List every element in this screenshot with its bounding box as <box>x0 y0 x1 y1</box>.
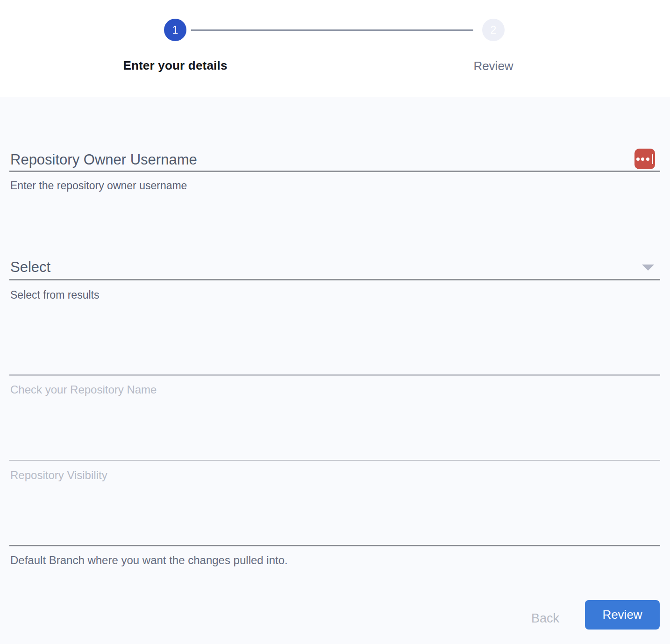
password-manager-icon-caret <box>652 154 653 164</box>
step-1-label: Enter your details <box>82 58 269 73</box>
password-manager-icon-dot <box>641 157 644 161</box>
stepper-header: 1 2 Enter your details Review <box>0 0 670 97</box>
stepper-connector-line <box>191 29 473 31</box>
step-1-number: 1 <box>172 24 178 36</box>
step-2-number: 2 <box>491 24 497 36</box>
default-branch-field-underline <box>9 545 660 546</box>
repository-select-dropdown[interactable]: Select <box>10 259 50 276</box>
details-form: Repository Owner Username Enter the repo… <box>0 97 670 644</box>
owner-field-helper-text: Enter the repository owner username <box>10 179 187 192</box>
repo-visibility-field-underline <box>9 460 660 461</box>
repo-name-field[interactable]: Check your Repository Name <box>10 383 157 396</box>
select-field-underline <box>9 279 660 280</box>
review-button[interactable]: Review <box>585 600 660 630</box>
password-manager-icon-dot <box>646 157 649 161</box>
password-manager-icon[interactable] <box>634 149 655 169</box>
chevron-down-icon[interactable] <box>642 265 654 271</box>
back-button[interactable]: Back <box>515 607 576 630</box>
default-branch-helper-text: Default Branch where you want the change… <box>10 554 288 567</box>
owner-field-underline <box>9 171 660 172</box>
step-2-indicator[interactable]: 2 <box>482 19 505 41</box>
password-manager-icon-dot <box>636 157 640 161</box>
select-field-helper-text: Select from results <box>10 289 99 301</box>
wizard-screen: 1 2 Enter your details Review Repository… <box>0 0 670 644</box>
repository-owner-username-input[interactable]: Repository Owner Username <box>10 151 197 168</box>
step-1-indicator[interactable]: 1 <box>164 19 186 41</box>
step-2-label: Review <box>423 59 563 73</box>
repo-name-field-underline <box>9 374 660 376</box>
repo-visibility-field[interactable]: Repository Visibility <box>10 469 107 482</box>
